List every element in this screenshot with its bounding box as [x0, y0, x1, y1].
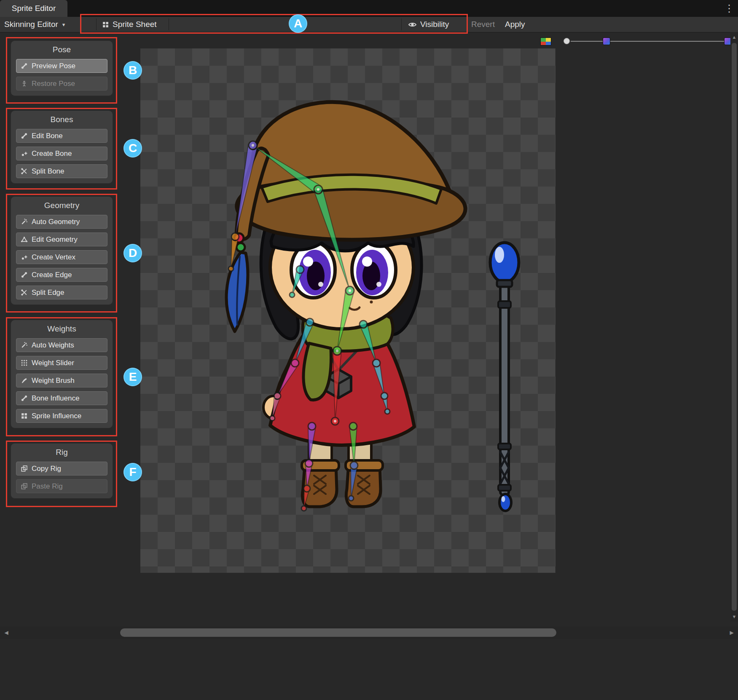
- auto-geometry-icon: [21, 218, 28, 225]
- revert-label: Revert: [471, 20, 495, 29]
- auto-geometry-button[interactable]: Auto Geometry: [16, 215, 107, 229]
- sprite-canvas[interactable]: [140, 48, 556, 573]
- scroll-up-arrow[interactable]: ▲: [730, 33, 738, 41]
- window-tab-bar: Sprite Editor ⋮: [0, 0, 738, 17]
- preview-pose-icon: [21, 62, 28, 69]
- button-label: Bone Influence: [32, 394, 79, 403]
- sprite-sheet-label: Sprite Sheet: [113, 20, 157, 29]
- button-label: Create Bone: [32, 150, 72, 158]
- create-bone-icon: [21, 150, 28, 157]
- create-bone-button[interactable]: Create Bone: [16, 147, 107, 160]
- edit-geometry-button[interactable]: Edit Geometry: [16, 232, 107, 246]
- annotation-label-b: B: [123, 61, 142, 80]
- tab-label: Sprite Editor: [12, 4, 56, 13]
- geometry-panel: Geometry Auto Geometry Edit Geometry Cre…: [11, 196, 113, 305]
- sprite-editor-window: Sprite Editor ⋮ Skinning Editor ▾ Sprite…: [0, 0, 738, 700]
- button-label: Copy Rig: [32, 465, 61, 473]
- vertical-scrollbar[interactable]: ▲ ▼: [730, 32, 738, 622]
- annotation-label-a: A: [289, 14, 307, 33]
- split-edge-button[interactable]: Split Edge: [16, 286, 107, 299]
- staff-sprite: [490, 243, 519, 511]
- geometry-panel-title: Geometry: [16, 200, 107, 211]
- preview-pose-button[interactable]: Preview Pose: [16, 59, 107, 73]
- paste-rig-button[interactable]: Paste Rig: [16, 479, 107, 493]
- rig-panel-title: Rig: [16, 447, 107, 458]
- scroll-right-arrow[interactable]: ▶: [726, 626, 737, 639]
- weights-panel: Weights Auto Weights Weight Slider Weigh…: [11, 320, 113, 428]
- button-label: Weight Slider: [32, 359, 74, 367]
- scroll-down-arrow[interactable]: ▼: [730, 612, 738, 621]
- button-label: Edit Geometry: [32, 235, 78, 244]
- restore-pose-button[interactable]: Restore Pose: [16, 77, 107, 91]
- right-eye: [352, 242, 396, 298]
- weight-slider-button[interactable]: Weight Slider: [16, 356, 107, 370]
- annotation-label-e: E: [123, 368, 142, 386]
- create-vertex-button[interactable]: Create Vertex: [16, 250, 107, 264]
- overflow-menu-icon[interactable]: ⋮: [724, 2, 735, 15]
- apply-label: Apply: [505, 20, 525, 29]
- annotation-label-d: D: [123, 244, 142, 262]
- vertical-scroll-thumb[interactable]: [732, 43, 737, 611]
- button-label: Split Edge: [32, 289, 64, 297]
- split-edge-icon: [21, 289, 28, 296]
- sprite-influence-icon: [21, 412, 28, 419]
- eye-icon: [408, 20, 417, 29]
- copy-rig-button[interactable]: Copy Rig: [16, 462, 107, 476]
- toolbar-divider: [169, 19, 169, 30]
- button-label: Restore Pose: [32, 80, 75, 88]
- bone-influence-icon: [21, 395, 28, 402]
- toolbar-divider: [401, 19, 402, 30]
- create-edge-button[interactable]: Create Edge: [16, 268, 107, 282]
- sprite-influence-button[interactable]: Sprite Influence: [16, 409, 107, 423]
- button-label: Paste Rig: [32, 482, 63, 491]
- bone-influence-button[interactable]: Bone Influence: [16, 391, 107, 405]
- button-label: Split Bone: [32, 167, 64, 176]
- split-bone-button[interactable]: Split Bone: [16, 164, 107, 178]
- weight-brush-button[interactable]: Weight Brush: [16, 374, 107, 387]
- bones-panel: Bones Edit Bone Create Bone Split Bone: [11, 110, 113, 184]
- button-label: Preview Pose: [32, 62, 75, 70]
- annotation-label-f: F: [123, 463, 142, 481]
- scroll-left-arrow[interactable]: ◀: [1, 626, 12, 639]
- sprite-sheet-button[interactable]: Sprite Sheet: [102, 17, 157, 32]
- weights-panel-title: Weights: [16, 323, 107, 334]
- button-label: Edit Bone: [32, 132, 63, 140]
- visibility-button[interactable]: Visibility: [408, 17, 449, 32]
- revert-button[interactable]: Revert: [471, 17, 495, 32]
- chevron-down-icon: ▾: [62, 21, 65, 28]
- auto-weights-icon: [21, 342, 28, 349]
- button-label: Sprite Influence: [32, 412, 81, 420]
- toolbar: Skinning Editor ▾ Sprite Sheet Visibilit…: [0, 17, 738, 32]
- button-label: Create Edge: [32, 271, 72, 279]
- edit-geometry-icon: [21, 236, 28, 243]
- opacity-slider-track[interactable]: [571, 41, 727, 42]
- button-label: Auto Geometry: [32, 218, 80, 226]
- paste-rig-icon: [21, 483, 28, 490]
- palette-swatch-red: [541, 42, 546, 45]
- weight-brush-icon: [21, 377, 28, 384]
- pose-panel: Pose Preview Pose Restore Pose: [11, 40, 113, 96]
- restore-pose-icon: [21, 80, 28, 87]
- button-label: Auto Weights: [32, 341, 74, 350]
- skinning-editor-dropdown[interactable]: Skinning Editor ▾: [4, 17, 65, 32]
- tab-sprite-editor[interactable]: Sprite Editor: [0, 0, 67, 17]
- split-bone-icon: [21, 168, 28, 175]
- auto-weights-button[interactable]: Auto Weights: [16, 338, 107, 352]
- canvas-art: [140, 48, 556, 573]
- create-vertex-icon: [21, 254, 28, 261]
- horizontal-scrollbar[interactable]: ◀ ▶: [0, 626, 738, 639]
- button-label: Create Vertex: [32, 253, 75, 262]
- mode-label: Skinning Editor: [4, 20, 58, 29]
- color-palette-icon[interactable]: [540, 37, 551, 45]
- pose-panel-title: Pose: [16, 44, 107, 55]
- annotation-label-c: C: [123, 139, 142, 158]
- bone-opacity-gradient-icon[interactable]: [603, 37, 610, 45]
- opacity-slider-knob[interactable]: [564, 38, 570, 44]
- edit-bone-button[interactable]: Edit Bone: [16, 129, 107, 143]
- weight-slider-icon: [21, 359, 28, 366]
- toolbar-divider: [96, 19, 97, 30]
- apply-button[interactable]: Apply: [505, 17, 525, 32]
- horizontal-scroll-thumb[interactable]: [120, 628, 556, 637]
- create-edge-icon: [21, 271, 28, 278]
- bones-panel-title: Bones: [16, 114, 107, 125]
